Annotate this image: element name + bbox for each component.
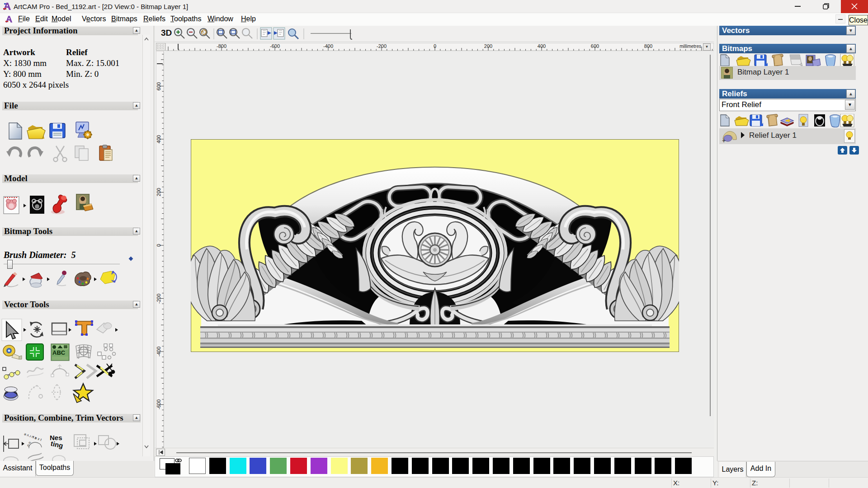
svg-text:-200: -200 (156, 294, 161, 304)
svg-text:400: 400 (156, 135, 161, 143)
svg-text:ABC: ABC (52, 349, 66, 356)
svg-text:+: + (722, 137, 726, 143)
svg-text:200: 200 (156, 188, 161, 196)
svg-text:600: 600 (591, 43, 599, 49)
svg-text:-400: -400 (323, 43, 333, 49)
svg-text:200: 200 (484, 43, 492, 49)
svg-text:millimetres: millimetres (679, 44, 701, 49)
svg-text:c u r v e: c u r v e (23, 432, 37, 440)
svg-text:-600: -600 (156, 399, 161, 409)
svg-text:-800: -800 (217, 43, 226, 49)
svg-text:-600: -600 (270, 43, 280, 49)
svg-text:0: 0 (156, 244, 161, 247)
svg-text:-400: -400 (156, 347, 161, 357)
svg-text:-200: -200 (377, 43, 387, 49)
svg-text:800: 800 (644, 43, 652, 49)
svg-text:0: 0 (434, 43, 436, 49)
svg-text:400: 400 (538, 43, 546, 49)
svg-text:600: 600 (156, 82, 161, 90)
